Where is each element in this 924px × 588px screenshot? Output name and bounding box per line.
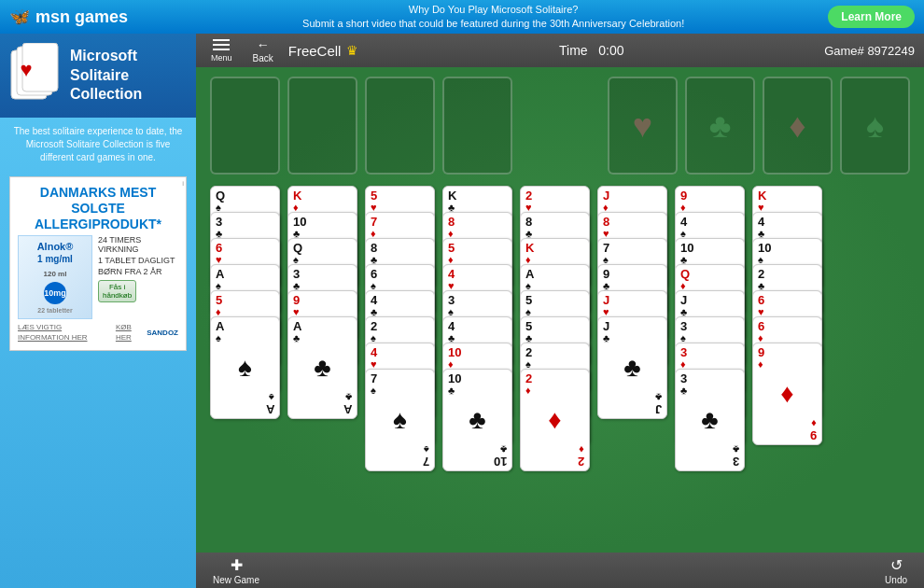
ad-info-link[interactable]: LÆS VIGTIG INFORMATION HER [18,323,112,343]
menu-bar-3 [213,49,230,50]
new-game-label: New Game [213,575,259,585]
freecell-slot-2[interactable] [287,77,357,175]
top-banner: 🦋 msn games Why Do You Play Microsoft So… [0,0,924,34]
table-row[interactable]: 7 ♠ ♠ 7 ♠ [365,369,435,471]
card-logo: ♥ [9,43,61,108]
table-row[interactable]: 3 ♣ ♣ 3 ♣ [675,369,745,471]
undo-icon: ↺ [890,556,903,574]
tableau-col-7: 9 ♦ ♦ 9 ♦ 4 ♠ ♠ 4 ♠ 10 ♣ ♣ 10 ♣ Q ♦ ♦ [675,186,745,471]
sidebar: ♥ MicrosoftSolitaireCollection The best … [0,34,196,588]
ad-footer: LÆS VIGTIG INFORMATION HER KØB HER SANDO… [18,323,178,343]
butterfly-icon: 🦋 [9,7,30,27]
tableau-col-2: K ♦ ♦ K ♦ 10 ♣ ♣ 10 ♣ Q ♠ ♠ Q ♠ 3 ♣ ♣ [287,186,357,419]
ad-details: 24 TIMERS VIRKNING 1 TABLET DAGLIGT BØRN… [98,235,178,302]
time-value: 0:00 [598,43,623,58]
banner-text: Why Do You Play Microsoft Solitaire? Sub… [159,3,828,32]
tableau-col-1: Q ♠ ♠ Q ♠ 3 ♣ ♣ 3 ♣ 6 ♥ ♥ 6 ♥ A ♠ ♠ [210,186,280,419]
ad-buy-button[interactable]: Fås ihåndkøb [98,280,136,302]
tableau-col-4: K ♣ ♣ K ♣ 8 ♦ ♦ 8 ♦ 5 ♦ ♦ 5 ♦ 4 ♥ ♥ [442,186,512,471]
top-row: ♥ ♣ ♦ ♠ [210,77,910,175]
tableau-col-8: K ♥ ♥ K ♥ 4 ♣ ♣ 4 ♣ 10 ♠ ♠ 10 ♠ 2 ♣ ♣ [752,186,822,445]
foundation-spades[interactable]: ♠ [840,77,910,175]
tableau-col-3: 5 ♥ ♥ 5 ♥ 7 ♦ ♦ 7 ♦ 8 ♣ ♣ 8 ♣ 6 ♠ ♠ [365,186,435,471]
ad-title: DANMARKS MESTSOLGTE ALLERGIPRODUKT* [18,185,178,231]
spades-suit-icon: ♠ [866,106,884,146]
foundation-clubs[interactable]: ♣ [685,77,755,175]
menu-bar-1 [213,39,230,41]
ad-content: Alnok® 1 mg/ml 120 ml 10mg 22 tabletter … [18,235,178,319]
banner-line1: Why Do You Play Microsoft Solitaire? [159,3,828,17]
table-row[interactable]: 10 ♣ ♣ 10 ♣ [442,369,512,471]
ad-product-image: Alnok® 1 mg/ml 120 ml 10mg 22 tabletter [18,235,92,319]
card-table: ♥ ♣ ♦ ♠ Q ♠ ♠ Q ♠ [196,67,924,553]
tableau-col-6: J ♦ ♦ J ♦ 8 ♥ ♥ 8 ♥ 7 ♠ ♠ 7 ♠ 9 ♣ ♣ [597,186,667,419]
time-label: Time [559,43,588,58]
foundation-hearts[interactable]: ♥ [608,77,678,175]
solitaire-header: ♥ MicrosoftSolitaireCollection [0,34,196,118]
game-name: FreeCell ♛ [288,43,359,59]
back-arrow-icon: ← [257,37,270,52]
bottom-toolbar: ✚ New Game ↺ Undo [196,553,924,588]
table-row[interactable]: J ♣ ♣ J ♣ [597,316,667,419]
table-row[interactable]: 2 ♦ ♦ 2 ♦ [520,369,590,471]
game-area: Menu ← Back FreeCell ♛ Time 0:00 Game# 8… [196,34,924,588]
solitaire-title: MicrosoftSolitaireCollection [70,47,142,105]
back-button[interactable]: ← Back [247,35,279,65]
table-row[interactable]: 9 ♦ ♦ 9 ♦ [752,343,822,445]
back-label: Back [253,53,273,63]
bullet-3: BØRN FRA 2 ÅR [98,267,178,276]
svg-text:♥: ♥ [20,58,32,81]
learn-more-button[interactable]: Learn More [828,6,915,28]
freecell-slot-1[interactable] [210,77,280,175]
solitaire-description: The best solitaire experience to date, t… [0,118,196,172]
time-display: Time 0:00 [368,43,815,58]
advertisement: i DANMARKS MESTSOLGTE ALLERGIPRODUKT* Al… [9,176,187,351]
new-game-button[interactable]: ✚ New Game [205,553,267,588]
game-name-text: FreeCell [288,43,342,59]
menu-label: Menu [211,53,232,63]
diamonds-suit-icon: ♦ [789,106,805,146]
product-name: Alnok® [37,241,74,252]
hearts-suit-icon: ♥ [633,106,652,146]
ad-footer-logos: LÆS VIGTIG INFORMATION HER KØB HER SANDO… [18,323,178,343]
sandoz-logo: SANDOZ [147,329,178,338]
main-layout: ♥ MicrosoftSolitaireCollection The best … [0,34,924,588]
undo-label: Undo [885,575,907,585]
freecell-slot-3[interactable] [365,77,435,175]
table-row[interactable]: A ♠ ♠ A ♠ [210,316,280,419]
bullet-2: 1 TABLET DAGLIGT [98,256,178,265]
msn-logo-text: msn games [35,7,128,27]
banner-line2: Submit a short video that could be featu… [159,17,828,31]
menu-button[interactable]: Menu [205,35,238,66]
game-number: Game# 8972249 [824,44,915,58]
crown-icon: ♛ [346,43,358,58]
undo-button[interactable]: ↺ Undo [877,553,915,588]
ad-buy-link[interactable]: KØB HER [116,323,143,343]
table-row[interactable]: A ♣ ♣ A ♣ [287,316,357,419]
ad-label: i [182,179,184,188]
msn-logo: 🦋 msn games [9,7,159,27]
clubs-suit-icon: ♣ [709,106,732,146]
menu-bar-2 [213,44,230,46]
tableau: Q ♠ ♠ Q ♠ 3 ♣ ♣ 3 ♣ 6 ♥ ♥ 6 ♥ A ♠ ♠ [210,186,910,471]
tableau-col-5: 2 ♥ ♥ 2 ♥ 8 ♣ ♣ 8 ♣ K ♦ ♦ K ♦ A ♠ ♠ [520,186,590,471]
freecell-slot-4[interactable] [442,77,512,175]
bullet-1: 24 TIMERS VIRKNING [98,235,178,254]
new-game-icon: ✚ [231,556,243,574]
foundation-diamonds[interactable]: ♦ [763,77,833,175]
game-toolbar: Menu ← Back FreeCell ♛ Time 0:00 Game# 8… [196,34,924,67]
